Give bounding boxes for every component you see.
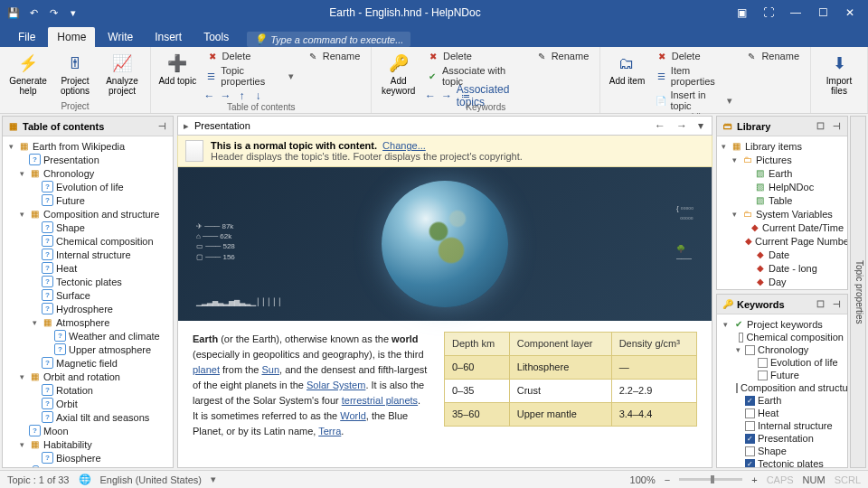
tree-item[interactable]: ?Internal structure [5, 248, 171, 261]
tree-item[interactable]: ▧HelpNDoc [719, 180, 845, 193]
tree-item[interactable]: ◆Date - long [719, 261, 845, 275]
library-tree[interactable]: ▾▦Library items▾🗀Pictures▧Earth▧HelpNDoc… [717, 136, 847, 289]
tree-item[interactable]: ?Natural resources and land use [5, 465, 171, 467]
undo-icon[interactable]: ↶ [25, 5, 42, 21]
lang-icon[interactable]: 🌐 [79, 474, 91, 485]
help-icon[interactable]: ▣ [729, 0, 754, 25]
tree-item[interactable]: ?Future [5, 193, 171, 207]
keywords-tree[interactable]: ▾✔Project keywordsChemical composition▾C… [717, 314, 847, 467]
tree-item[interactable]: Shape [719, 445, 845, 457]
qat-more-icon[interactable]: ▾ [65, 5, 81, 21]
tree-item[interactable]: ?Rotation [5, 383, 171, 397]
tree-item[interactable]: ▾▦Orbit and rotation [5, 370, 171, 383]
link-terra[interactable]: Terra [318, 426, 341, 436]
project-options-button[interactable]: 🎚Project options [54, 49, 96, 96]
lib-rename-button[interactable]: ✎Rename [741, 49, 803, 63]
topic-properties-tab[interactable]: Topic properties [850, 116, 866, 468]
tree-item[interactable]: Future [719, 369, 845, 381]
tree-item[interactable]: ▾▦Atmosphere [5, 315, 171, 329]
status-lang[interactable]: English (United States) [100, 474, 203, 485]
tree-item[interactable]: ?Shape [5, 221, 171, 234]
redo-icon[interactable]: ↷ [45, 5, 61, 21]
tree-item[interactable]: ?Evolution of life [5, 180, 171, 193]
nav-back-icon[interactable]: ← [652, 119, 668, 132]
toc-props-button[interactable]: ☰Topic properties▾ [203, 64, 297, 88]
zoom-value[interactable]: 100% [630, 474, 656, 485]
zoom-out-icon[interactable]: − [665, 474, 670, 485]
link-solar-system[interactable]: Solar System [307, 380, 365, 390]
minimize-button[interactable]: — [783, 0, 808, 25]
tree-item[interactable]: ?Surface [5, 288, 171, 302]
tree-item[interactable]: ◆Current Date/Time [719, 221, 845, 234]
tree-item[interactable]: ▾▦Habitability [5, 437, 171, 451]
tree-item[interactable]: ?Biosphere [5, 451, 171, 465]
kw-right-icon[interactable]: → [439, 89, 454, 102]
breadcrumb-item[interactable]: Presentation [194, 120, 250, 131]
tree-item[interactable]: ?Tectonic plates [5, 275, 171, 288]
tree-item[interactable]: ?Magnetic field [5, 356, 171, 370]
tree-item[interactable]: ?Chemical composition [5, 234, 171, 248]
tree-item[interactable]: ▾🗀Pictures [719, 153, 845, 166]
kw-max-icon[interactable]: ☐ [814, 299, 826, 309]
link-world[interactable]: World [340, 410, 366, 421]
lib-delete-button[interactable]: ✖Delete [652, 49, 737, 63]
tab-insert[interactable]: Insert [146, 27, 191, 47]
tree-item[interactable]: ▾🗀System Variables [719, 207, 845, 221]
tree-item[interactable]: ?Weather and climate [5, 329, 171, 343]
link-planet[interactable]: planet [193, 364, 220, 375]
tree-item[interactable]: ?Orbit [5, 397, 171, 410]
kw-delete-button[interactable]: ✖Delete [423, 49, 526, 63]
lib-props-button[interactable]: ☰Item properties [652, 64, 737, 88]
tree-item[interactable]: Chemical composition [719, 331, 845, 343]
zoom-in-icon[interactable]: + [751, 474, 757, 485]
tree-item[interactable]: ✓Earth [719, 394, 845, 407]
toc-tree[interactable]: ▾▦Earth from Wikipedia?Presentation▾▦Chr… [3, 136, 173, 467]
toc-rename-button[interactable]: ✎Rename [303, 49, 364, 63]
move-right-icon[interactable]: → [219, 89, 233, 102]
tree-item[interactable]: ✓Presentation [719, 432, 845, 445]
lib-insert-button[interactable]: 📄Insert in topic▾ [652, 89, 737, 112]
fullscreen-icon[interactable]: ⛶ [756, 0, 781, 25]
tree-item[interactable]: ▾Chronology [719, 343, 845, 356]
move-left-icon[interactable]: ← [203, 89, 217, 102]
tree-item[interactable]: ◆Current Page Number [719, 234, 845, 248]
change-link[interactable]: Change... [382, 140, 426, 151]
tree-item[interactable]: Internal structure [719, 419, 845, 432]
document[interactable]: ✈ ─── 87k⌂ ─── 62k▭ ─── 528▢ ─── 156 { ▫… [177, 167, 712, 468]
tree-item[interactable]: Composition and structure [719, 381, 845, 394]
tab-file[interactable]: File [9, 27, 44, 47]
save-icon[interactable]: 💾 [5, 5, 22, 21]
tree-item[interactable]: ◆Day [719, 275, 845, 288]
tree-item[interactable]: ?Heat [5, 261, 171, 275]
tab-home[interactable]: Home [48, 27, 95, 47]
move-up-icon[interactable]: ↑ [235, 89, 250, 102]
tree-item[interactable]: ◆Day - long [719, 288, 845, 289]
chevron-right-icon[interactable]: ▸ [184, 120, 189, 132]
kw-pin-icon[interactable]: ⊣ [830, 299, 843, 309]
close-button[interactable]: ✕ [837, 0, 863, 25]
kw-assoc-topics-button[interactable]: ≔Associated topics [456, 89, 494, 102]
tab-tools[interactable]: Tools [194, 27, 238, 47]
kw-left-icon[interactable]: ← [423, 89, 438, 102]
add-topic-button[interactable]: ➕Add topic [158, 49, 197, 86]
pin-icon[interactable]: ⊣ [156, 121, 168, 131]
tab-write[interactable]: Write [99, 27, 142, 47]
tree-item[interactable]: ◆Date [719, 248, 845, 261]
analyze-project-button[interactable]: 📈Analyze project [101, 49, 143, 96]
tree-item[interactable]: Evolution of life [719, 356, 845, 369]
tree-item[interactable]: ▾▦Library items [719, 139, 845, 153]
lib-max-icon[interactable]: ☐ [814, 121, 826, 131]
move-down-icon[interactable]: ↓ [251, 89, 266, 102]
nav-fwd-icon[interactable]: → [674, 119, 690, 132]
tree-item[interactable]: ?Upper atmosphere [5, 343, 171, 356]
tree-item[interactable]: Heat [719, 407, 845, 419]
add-keyword-button[interactable]: 🔑Add keyword [379, 49, 418, 96]
tree-item[interactable]: ▾▦Chronology [5, 166, 171, 180]
tree-item[interactable]: ▾✔Project keywords [719, 317, 845, 331]
kw-rename-button[interactable]: ✎Rename [532, 49, 593, 63]
nav-more-icon[interactable]: ▾ [695, 119, 706, 132]
lib-pin-icon[interactable]: ⊣ [830, 121, 843, 131]
link-terrestrial[interactable]: terrestrial planets [342, 395, 418, 406]
tree-item[interactable]: ▾▦Composition and structure [5, 207, 171, 221]
tree-item[interactable]: ?Hydrosphere [5, 302, 171, 315]
